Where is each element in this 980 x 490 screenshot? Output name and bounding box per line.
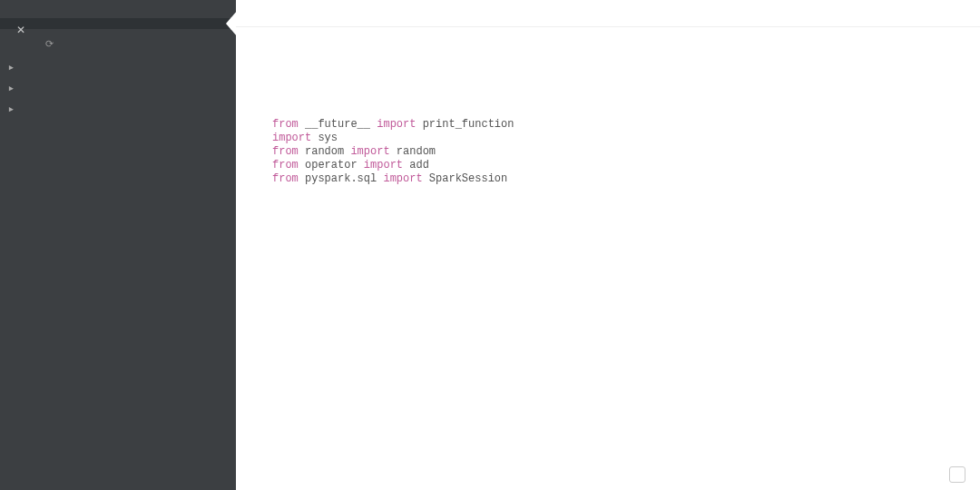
line-gutter <box>236 36 272 490</box>
file-item[interactable] <box>5 205 230 211</box>
top-menu-bar <box>236 0 980 27</box>
open-files-tabs: ✕ <box>0 0 236 29</box>
project-tree-header[interactable]: ⟳ <box>33 29 236 55</box>
folder-resources[interactable]: ▸ <box>5 76 230 97</box>
folder-spark-warehouse[interactable]: ▸ <box>5 97 230 118</box>
folder-packages[interactable]: ▸ <box>5 55 230 76</box>
sidebar: ✕ ⟳ ▸ ▸ ▸ <box>0 0 236 490</box>
main-area: from __future__ import print_function im… <box>236 0 980 490</box>
chevron-right-icon: ▸ <box>9 63 18 72</box>
chevron-right-icon: ▸ <box>9 83 18 93</box>
chevron-right-icon: ▸ <box>9 104 18 113</box>
watermark-logo <box>949 466 965 483</box>
watermark <box>949 466 969 483</box>
code-content[interactable]: from __future__ import print_function im… <box>272 36 980 490</box>
close-icon[interactable]: ✕ <box>16 24 25 36</box>
project-tree: ▸ ▸ ▸ <box>0 55 236 229</box>
code-editor[interactable]: from __future__ import print_function im… <box>236 27 980 490</box>
tab-pi-py[interactable]: ✕ <box>0 18 236 29</box>
tab-pip-conf[interactable] <box>0 7 236 18</box>
file-title <box>328 6 967 20</box>
refresh-icon[interactable]: ⟳ <box>45 38 54 50</box>
